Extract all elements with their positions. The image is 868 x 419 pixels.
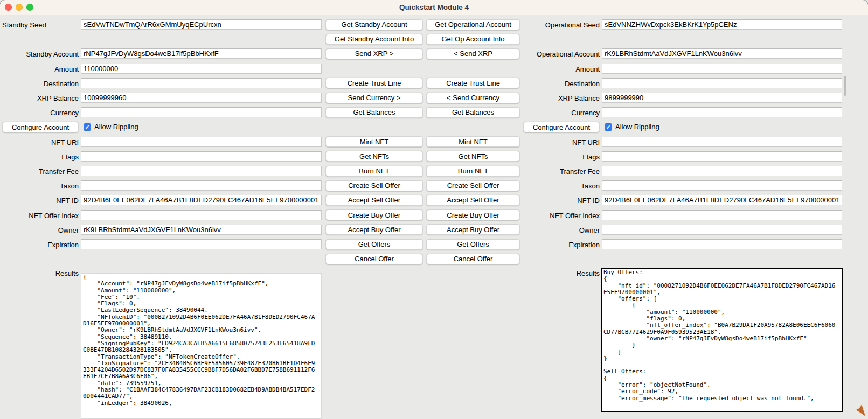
operational-transfer-fee-label: Transfer Fee [520, 166, 600, 177]
operational-operational-account-label: Operational Account [520, 49, 600, 59]
operational-expiration-label: Expiration [520, 240, 600, 250]
operational-results-textarea[interactable]: Buy Offers: { "nft_id": "0008271092D4B6F… [601, 268, 843, 412]
standby-destination-label: Destination [2, 79, 79, 89]
standby-currency-label: Currency [2, 108, 79, 118]
standby-nft-id-label: NFT ID [2, 195, 79, 206]
standby-amount-field[interactable] [81, 64, 322, 74]
standby-nft-uri-field[interactable] [81, 137, 322, 147]
operational-flags-label: Flags [520, 152, 600, 162]
operational-nft-id-field[interactable] [602, 195, 842, 205]
operational-get-operational-account-button[interactable]: Get Operational Account [426, 19, 520, 30]
operational-get-balances-button[interactable]: Get Balances [426, 107, 520, 118]
titlebar: Quickstart Module 4 [0, 0, 868, 15]
operational-amount-field[interactable] [602, 64, 842, 74]
operational-create-buy-offer-button[interactable]: Create Buy Offer [426, 210, 520, 220]
standby-nft-id-field[interactable] [81, 195, 322, 205]
operational-destination-label: Destination [520, 79, 600, 89]
standby-get-nfts-button[interactable]: Get NFTs [325, 151, 423, 162]
operational-accept-buy-offer-button[interactable]: Accept Buy Offer [426, 224, 520, 235]
resize-arrow-cursor [855, 403, 868, 419]
operational-taxon-label: Taxon [520, 181, 600, 191]
operational-create-trust-line-button[interactable]: Create Trust Line [426, 78, 520, 88]
operational-taxon-field[interactable] [602, 180, 842, 191]
operational-xrp-balance-field[interactable] [602, 93, 842, 103]
standby-nft-offer-index-field[interactable] [81, 210, 322, 220]
standby-nft-uri-label: NFT URI [2, 137, 79, 148]
standby-owner-label: Owner [2, 225, 79, 235]
operational-operational-account-field[interactable] [602, 48, 842, 59]
standby-burn-nft-button[interactable]: Burn NFT [325, 166, 423, 177]
standby-accept-sell-offer-button[interactable]: Accept Sell Offer [325, 195, 423, 206]
operational-send-currency-button[interactable]: < Send Currency [426, 93, 520, 103]
operational-allow-rippling-label: Allow Rippling [615, 122, 659, 132]
operational-owner-label: Owner [520, 225, 600, 235]
operational-burn-nft-button[interactable]: Burn NFT [426, 166, 520, 177]
standby-create-sell-offer-button[interactable]: Create Sell Offer [325, 180, 423, 191]
standby-xrp-balance-label: XRP Balance [2, 93, 79, 103]
operational-accept-sell-offer-button[interactable]: Accept Sell Offer [426, 195, 520, 206]
operational-nft-id-label: NFT ID [520, 195, 600, 206]
operational-flags-field[interactable] [602, 151, 842, 162]
standby-send-xrp-button[interactable]: Send XRP > [325, 48, 423, 59]
standby-get-balances-button[interactable]: Get Balances [325, 107, 423, 118]
standby-owner-field[interactable] [81, 225, 322, 235]
operational-owner-field[interactable] [602, 225, 842, 235]
standby-taxon-field[interactable] [81, 180, 322, 191]
standby-mint-nft-button[interactable]: Mint NFT [325, 136, 423, 147]
operational-transfer-fee-field[interactable] [602, 166, 842, 176]
standby-get-standby-account-info-button[interactable]: Get Standby Account Info [325, 34, 423, 45]
operational-currency-label: Currency [520, 108, 600, 118]
standby-standby-seed-label: Standby Seed [2, 20, 79, 30]
operational-nft-offer-index-field[interactable] [602, 210, 842, 220]
standby-send-currency-button[interactable]: Send Currency > [325, 93, 423, 103]
operational-create-sell-offer-button[interactable]: Create Sell Offer [426, 180, 520, 191]
standby-get-standby-account-button[interactable]: Get Standby Account [325, 19, 423, 30]
operational-results-label: Results [520, 268, 600, 278]
standby-create-buy-offer-button[interactable]: Create Buy Offer [325, 210, 423, 220]
standby-currency-field[interactable] [81, 107, 322, 117]
operational-get-op-account-info-button[interactable]: Get Op Account Info [426, 34, 520, 45]
operational-xrp-balance-label: XRP Balance [520, 93, 600, 103]
operational-operational-seed-label: Operational Seed [520, 20, 600, 30]
operational-allow-rippling-checkbox[interactable]: ✓ [605, 123, 612, 131]
standby-flags-label: Flags [2, 152, 79, 162]
operational-mint-nft-button[interactable]: Mint NFT [426, 136, 520, 147]
operational-send-xrp-button[interactable]: < Send XRP [426, 48, 520, 59]
window-title: Quickstart Module 4 [0, 0, 868, 15]
standby-nft-offer-index-label: NFT Offer Index [2, 211, 79, 221]
operational-nft-offer-index-label: NFT Offer Index [520, 211, 600, 221]
standby-create-trust-line-button[interactable]: Create Trust Line [325, 78, 423, 88]
standby-standby-seed-field[interactable] [81, 19, 322, 30]
operational-get-offers-button[interactable]: Get Offers [426, 239, 520, 250]
standby-transfer-fee-label: Transfer Fee [2, 166, 79, 177]
standby-expiration-field[interactable] [81, 239, 322, 249]
operational-configure-account-button[interactable]: Configure Account [523, 122, 600, 132]
standby-xrp-balance-field[interactable] [81, 93, 322, 103]
operational-currency-field[interactable] [602, 107, 842, 117]
standby-expiration-label: Expiration [2, 240, 79, 250]
scrollbar-thumb[interactable] [844, 76, 846, 96]
standby-transfer-fee-field[interactable] [81, 166, 322, 176]
operational-nft-uri-label: NFT URI [520, 137, 600, 148]
standby-flags-field[interactable] [81, 151, 322, 162]
operational-amount-label: Amount [520, 64, 600, 74]
standby-standby-account-field[interactable] [81, 48, 322, 59]
standby-configure-account-button[interactable]: Configure Account [2, 122, 79, 132]
operational-expiration-field[interactable] [602, 239, 842, 249]
operational-get-nfts-button[interactable]: Get NFTs [426, 151, 520, 162]
standby-cancel-offer-button[interactable]: Cancel Offer [325, 254, 423, 264]
standby-taxon-label: Taxon [2, 181, 79, 191]
standby-accept-buy-offer-button[interactable]: Accept Buy Offer [325, 224, 423, 235]
standby-standby-account-label: Standby Account [2, 49, 79, 59]
operational-nft-uri-field[interactable] [602, 137, 842, 147]
app-window: Quickstart Module 4 Configure Account ✓ … [0, 0, 868, 419]
standby-get-offers-button[interactable]: Get Offers [325, 239, 423, 250]
standby-destination-field[interactable] [81, 78, 322, 88]
standby-allow-rippling-label: Allow Rippling [94, 122, 138, 132]
operational-cancel-offer-button[interactable]: Cancel Offer [426, 254, 520, 264]
standby-allow-rippling-checkbox[interactable]: ✓ [84, 123, 91, 131]
standby-results-textarea[interactable]: { "Account": "rNP47gJFvDyW8gsDo4weB17if5… [81, 273, 322, 419]
standby-results-label: Results [2, 268, 79, 278]
operational-destination-field[interactable] [602, 78, 842, 88]
operational-operational-seed-field[interactable] [602, 19, 842, 30]
